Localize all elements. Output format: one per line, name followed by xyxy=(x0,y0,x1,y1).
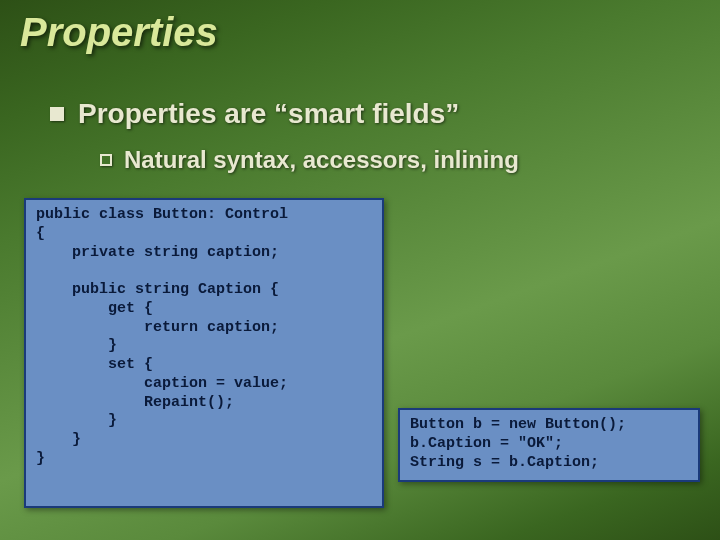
code-right: Button b = new Button(); b.Caption = "OK… xyxy=(410,416,688,472)
code-box-class-definition: public class Button: Control { private s… xyxy=(24,198,384,508)
bullet-l1-text: Properties are “smart fields” xyxy=(78,98,459,130)
square-bullet-icon xyxy=(50,107,64,121)
code-box-usage: Button b = new Button(); b.Caption = "OK… xyxy=(398,408,700,482)
bullet-level-2: Natural syntax, accessors, inlining xyxy=(100,146,519,174)
bullet-level-1: Properties are “smart fields” xyxy=(50,98,459,130)
code-left: public class Button: Control { private s… xyxy=(36,206,372,469)
slide-title: Properties xyxy=(20,10,218,55)
bullet-l2-text: Natural syntax, accessors, inlining xyxy=(124,146,519,174)
hollow-square-bullet-icon xyxy=(100,154,112,166)
slide: Properties Properties are “smart fields”… xyxy=(0,0,720,540)
